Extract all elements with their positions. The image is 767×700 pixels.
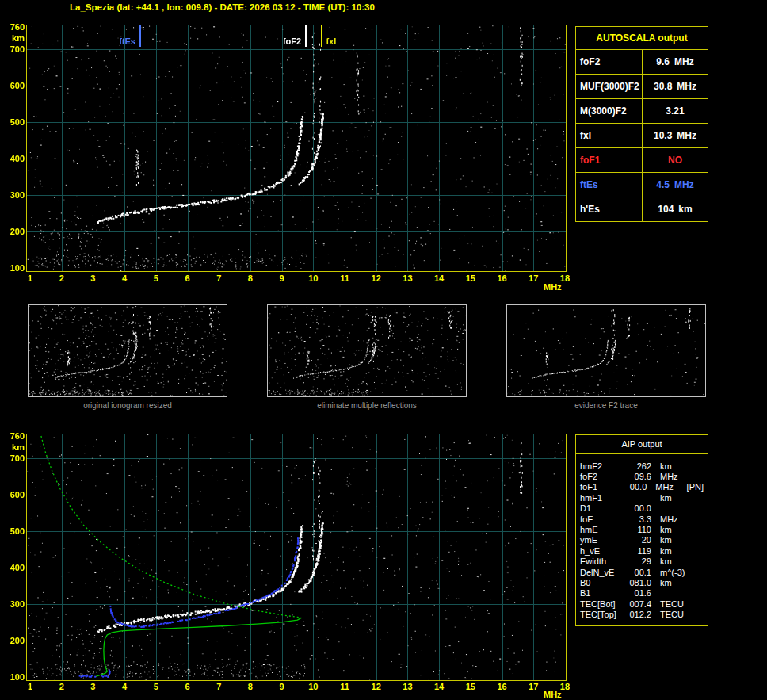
y-tick-label: 600 [2, 490, 25, 499]
x-tick-label: 7 [209, 273, 228, 283]
autoscala-value: NO [668, 155, 682, 166]
aip-row-label: D1 [580, 503, 625, 513]
autoscala-row-value: 10.3MHz [643, 124, 708, 147]
aip-row-unit: km [660, 525, 693, 534]
x-tick-label: 12 [367, 273, 386, 283]
autoscala-row: h'Es104km [576, 197, 708, 221]
x-tick-label: 11 [335, 273, 354, 283]
aip-row-label: DelN_vE [580, 568, 625, 577]
profile-ionogram-canvas [27, 434, 566, 680]
aip-row: B0081.0km [576, 577, 708, 587]
x-tick-label: 13 [398, 682, 417, 691]
autoscala-row-label: fxI [576, 124, 643, 147]
autoscala-window: La_Spezia (lat: +44.1 , lon: 009.8) - DA… [0, 0, 767, 700]
autoscala-row-value: 104km [643, 197, 708, 221]
aip-row-extra: [PN] [687, 482, 704, 492]
autoscala-unit: km [678, 204, 692, 215]
marker-line-ftes [139, 25, 141, 47]
autoscala-row-value: 9.6MHz [643, 50, 708, 74]
autoscala-row-label: M(3000)F2 [576, 99, 643, 123]
x-tick-label: 7 [209, 682, 228, 691]
aip-output-rows: hmF2262kmfoF209.6MHzfoF100.0MHz[PN]hmF1-… [576, 461, 708, 620]
autoscala-row-label: ftEs [576, 173, 643, 197]
x-tick-label: 1 [21, 273, 40, 283]
aip-row-unit: km [660, 461, 693, 471]
y-axis-unit: km [2, 442, 25, 452]
x-tick-label: 8 [241, 682, 260, 691]
aip-row-value: 09.6 [625, 472, 651, 481]
aip-output-table: AIP output hmF2262kmfoF209.6MHzfoF100.0M… [575, 434, 708, 626]
aip-row-value: 110 [625, 525, 651, 534]
aip-row: hmE110km [576, 524, 708, 534]
x-tick-label: 5 [147, 273, 166, 283]
x-tick-label: 17 [524, 273, 543, 283]
aip-row: hmF1---km [576, 492, 708, 503]
autoscala-row: MUF(3000)F230.8MHz [576, 75, 708, 99]
aip-row: hmF2262km [576, 461, 708, 471]
aip-row: foE3.3MHz [576, 514, 708, 524]
x-tick-label: 11 [335, 682, 354, 691]
aip-row: TEC[Top]012.2TECU [576, 609, 708, 619]
thumbnail-eliminate-reflections [267, 304, 467, 397]
aip-row-unit: MHz [660, 472, 693, 481]
x-tick-label: 12 [367, 682, 386, 691]
aip-row-label: hmE [580, 525, 625, 534]
aip-row: Ewidth29km [576, 557, 708, 567]
x-tick-label: 10 [303, 682, 322, 691]
aip-row-label: ymE [580, 535, 625, 545]
aip-row-value: 01.6 [625, 588, 651, 598]
thumbnail-evidence-f2 [506, 304, 706, 397]
autoscala-row-value: 30.8MHz [643, 75, 708, 98]
y-tick-label: 100 [2, 263, 25, 273]
autoscala-value: 4.5 [656, 179, 670, 190]
aip-row: h_vE119km [576, 545, 708, 556]
y-tick-label: 760 [2, 22, 25, 32]
aip-row-value: 007.4 [625, 599, 651, 609]
aip-row-label: hmF1 [580, 493, 625, 503]
thumbnail-caption-eliminate: eliminate multiple reflections [267, 401, 467, 410]
x-axis-unit: MHz [544, 282, 562, 292]
x-tick-label: 10 [303, 273, 322, 283]
aip-row-label: foF2 [580, 472, 625, 481]
aip-row-value: 119 [625, 546, 651, 556]
aip-row-label: foE [580, 514, 625, 524]
marker-line-fxi [321, 25, 322, 47]
aip-row-label: Ewidth [580, 557, 625, 566]
y-tick-label: 200 [2, 636, 25, 645]
autoscala-output-title: AUTOSCALA output [576, 27, 708, 50]
thumbnail-original-ionogram [28, 304, 227, 397]
x-tick-label: 17 [524, 682, 543, 691]
aip-row-value: --- [625, 493, 651, 503]
autoscala-value: 10.3 [654, 130, 672, 141]
station-header: La_Spezia (lat: +44.1 , lon: 009.8) - DA… [70, 2, 375, 12]
y-tick-label: 500 [2, 117, 25, 127]
x-tick-label: 9 [273, 682, 292, 691]
aip-row-unit: km [660, 535, 693, 545]
aip-row: DelN_vE00.1m^(-3) [576, 567, 708, 577]
aip-row-unit: km [660, 578, 693, 587]
autoscala-row: ftEs4.5MHz [576, 173, 708, 197]
y-tick-label: 600 [2, 81, 25, 90]
aip-row-label: h_vE [580, 546, 625, 556]
autoscala-row-label: MUF(3000)F2 [576, 75, 643, 98]
y-tick-label: 700 [2, 44, 25, 54]
autoscala-row-value: 4.5MHz [643, 173, 708, 197]
y-tick-label: 100 [2, 672, 25, 682]
aip-row-value: 262 [625, 461, 651, 471]
x-tick-label: 3 [83, 273, 102, 283]
autoscala-value: 30.8 [654, 81, 672, 92]
aip-row: foF100.0MHz[PN] [576, 482, 708, 492]
x-tick-label: 2 [52, 682, 71, 691]
autoscala-row-label: foF1 [576, 148, 643, 172]
marker-label-fof2: foF2 [271, 36, 301, 46]
autoscala-output-table: AUTOSCALA output foF29.6MHzMUF(3000)F230… [575, 26, 708, 222]
autoscala-value: 104 [658, 204, 674, 215]
autoscala-row: M(3000)F23.21 [576, 99, 708, 124]
marker-line-fof2 [305, 25, 307, 47]
marker-label-ftes: ftEs [105, 36, 135, 46]
aip-row-value: 20 [625, 535, 651, 545]
aip-row-label: foF1 [580, 482, 622, 492]
x-tick-label: 4 [115, 273, 134, 283]
autoscala-row: fxI10.3MHz [576, 124, 708, 148]
aip-row: ymE20km [576, 535, 708, 545]
